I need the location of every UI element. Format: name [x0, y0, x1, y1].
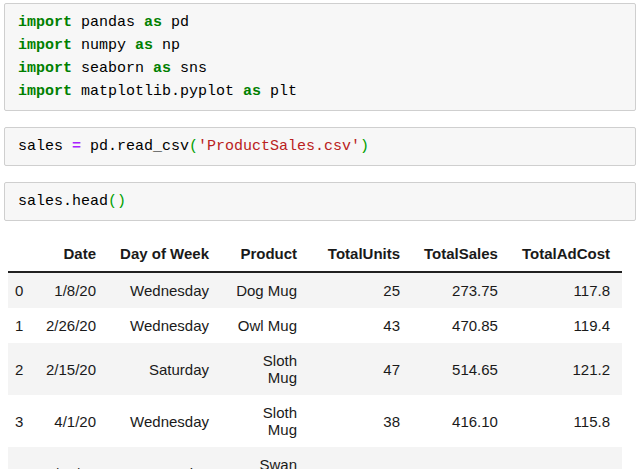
table-cell: 38: [309, 395, 412, 447]
table-cell: Wednesday: [108, 272, 221, 308]
table-row: 01/8/20WednesdayDog Mug25273.75117.8: [8, 272, 622, 308]
code-imports: import pandas as pd import numpy as np i…: [18, 11, 625, 103]
table-row: 41/12/20SundaySwan Mug49536.55123.0: [8, 447, 622, 469]
code-token: np: [153, 37, 180, 54]
table-cell: 25: [309, 272, 412, 308]
table-cell: Sloth Mug: [221, 395, 309, 447]
table-cell: Sunday: [108, 447, 221, 469]
table-cell: Owl Mug: [221, 308, 309, 343]
code-token: (: [189, 138, 198, 155]
code-token: matplotlib.pyplot: [72, 83, 243, 100]
table-body: 01/8/20WednesdayDog Mug25273.75117.812/2…: [8, 272, 622, 469]
row-index: 4: [8, 447, 34, 469]
table-cell: 514.65: [412, 343, 510, 395]
column-header: TotalSales: [412, 239, 510, 272]
code-token: sales: [18, 138, 72, 155]
table-cell: 43: [309, 308, 412, 343]
table-cell: 416.10: [412, 395, 510, 447]
index-column-header: [8, 239, 34, 272]
column-header: Date: [34, 239, 108, 272]
code-token: import: [18, 83, 72, 100]
code-token: plt: [261, 83, 297, 100]
table-cell: 2/26/20: [34, 308, 108, 343]
code-cell-head[interactable]: sales.head(): [4, 182, 636, 221]
code-token: pandas: [72, 14, 144, 31]
code-cell-read-csv[interactable]: sales = pd.read_csv('ProductSales.csv'): [4, 127, 636, 166]
table-cell: 470.85: [412, 308, 510, 343]
table-cell: 119.4: [510, 308, 622, 343]
table-cell: 115.8: [510, 395, 622, 447]
table-header-row: DateDay of WeekProductTotalUnitsTotalSal…: [8, 239, 622, 272]
table-cell: Saturday: [108, 343, 221, 395]
column-header: TotalAdCost: [510, 239, 622, 272]
code-token: (: [108, 193, 117, 210]
code-token: sales.head: [18, 193, 108, 210]
column-header: Day of Week: [108, 239, 221, 272]
code-token: ): [360, 138, 369, 155]
code-token: as: [144, 14, 162, 31]
dataframe-table: DateDay of WeekProductTotalUnitsTotalSal…: [8, 239, 622, 469]
code-cell-imports[interactable]: import pandas as pd import numpy as np i…: [4, 3, 636, 111]
code-token: =: [72, 138, 81, 155]
column-header: TotalUnits: [309, 239, 412, 272]
table-cell: 1/12/20: [34, 447, 108, 469]
table-cell: 117.8: [510, 272, 622, 308]
code-token: as: [243, 83, 261, 100]
table-cell: 1/8/20: [34, 272, 108, 308]
table-cell: 47: [309, 343, 412, 395]
table-cell: 273.75: [412, 272, 510, 308]
table-cell: 2/15/20: [34, 343, 108, 395]
table-cell: Sloth Mug: [221, 343, 309, 395]
code-token: pd: [162, 14, 189, 31]
row-index: 0: [8, 272, 34, 308]
table-cell: 49: [309, 447, 412, 469]
code-token: pd.read_csv: [81, 138, 189, 155]
table-cell: 536.55: [412, 447, 510, 469]
code-token: 'ProductSales.csv': [198, 138, 360, 155]
table-cell: 123.0: [510, 447, 622, 469]
code-token: seaborn: [72, 60, 153, 77]
code-read-csv: sales = pd.read_csv('ProductSales.csv'): [18, 135, 625, 158]
table-cell: Wednesday: [108, 395, 221, 447]
row-index: 3: [8, 395, 34, 447]
table-cell: Swan Mug: [221, 447, 309, 469]
table-cell: 4/1/20: [34, 395, 108, 447]
row-index: 2: [8, 343, 34, 395]
code-token: sns: [171, 60, 207, 77]
code-token: as: [153, 60, 171, 77]
notebook: import pandas as pd import numpy as np i…: [0, 0, 640, 469]
code-head: sales.head(): [18, 190, 625, 213]
row-index: 1: [8, 308, 34, 343]
code-token: ): [117, 193, 126, 210]
table-cell: Wednesday: [108, 308, 221, 343]
dataframe-output: DateDay of WeekProductTotalUnitsTotalSal…: [4, 239, 636, 469]
table-row: 22/15/20SaturdaySloth Mug47514.65121.2: [8, 343, 622, 395]
code-token: as: [135, 37, 153, 54]
code-token: import: [18, 60, 72, 77]
code-token: numpy: [72, 37, 135, 54]
code-token: import: [18, 14, 72, 31]
table-cell: Dog Mug: [221, 272, 309, 308]
code-token: import: [18, 37, 72, 54]
table-cell: 121.2: [510, 343, 622, 395]
column-header: Product: [221, 239, 309, 272]
table-row: 34/1/20WednesdaySloth Mug38416.10115.8: [8, 395, 622, 447]
table-row: 12/26/20WednesdayOwl Mug43470.85119.4: [8, 308, 622, 343]
